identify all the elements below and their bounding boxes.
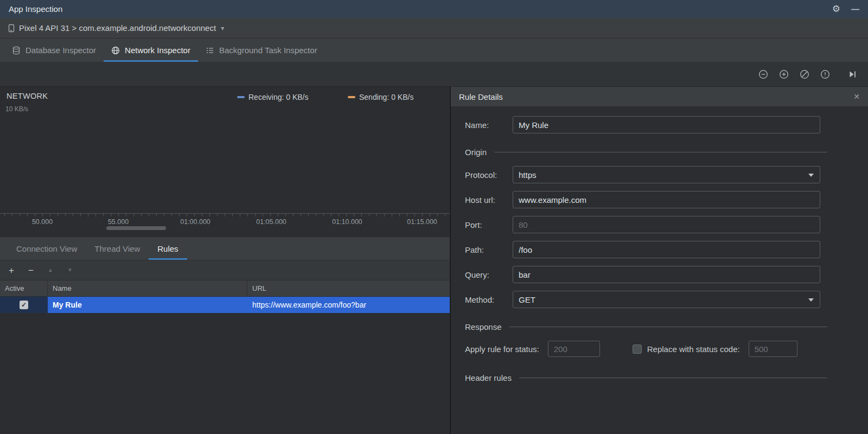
skip-to-end-icon <box>847 69 858 80</box>
rule-details-title: Rule Details <box>459 92 503 101</box>
minimize-icon[interactable]: — <box>851 5 859 13</box>
timeline-toolbar <box>0 62 868 87</box>
device-process-label: Pixel 4 API 31 > com.example.android.net… <box>19 23 216 33</box>
tab-label: Network Inspector <box>125 46 190 55</box>
rules-table-header: Active Name URL <box>0 280 450 297</box>
check-icon: ✓ <box>21 301 27 309</box>
reset-zoom-button[interactable] <box>799 68 810 80</box>
window-title-bar: App Inspection ⚙ — <box>0 0 868 18</box>
path-input[interactable] <box>513 241 820 258</box>
section-divider <box>494 152 827 152</box>
host-label: Host url: <box>465 195 513 205</box>
host-row: Host url: <box>465 191 820 208</box>
name-input[interactable] <box>513 116 820 133</box>
status-rule-row: Apply rule for status: Replace with stat… <box>465 341 820 357</box>
protocol-select[interactable]: https <box>513 166 820 183</box>
settings-gear-icon[interactable]: ⚙ <box>832 4 840 14</box>
path-label: Path: <box>465 245 513 254</box>
name-row: Name: <box>465 116 820 133</box>
header-rules-section-header: Header rules <box>465 373 820 382</box>
zoom-in-icon <box>778 69 789 80</box>
chevron-down-icon <box>808 174 814 177</box>
response-section-header: Response <box>465 322 820 331</box>
replace-status-checkbox[interactable] <box>633 344 642 354</box>
apply-status-input[interactable] <box>548 341 600 357</box>
path-row: Path: <box>465 241 820 258</box>
host-input[interactable] <box>513 191 820 208</box>
query-row: Query: <box>465 266 820 283</box>
tab-label: Rules <box>157 244 178 253</box>
origin-section-title: Origin <box>465 148 487 157</box>
response-section-title: Response <box>465 322 502 331</box>
tab-network-inspector[interactable]: Network Inspector <box>104 39 198 62</box>
device-phone-icon <box>7 24 15 33</box>
zoom-out-icon <box>758 69 769 80</box>
add-rule-button[interactable]: + <box>8 266 15 275</box>
receiving-marker-icon <box>237 96 245 98</box>
tab-background-task-inspector[interactable]: Background Task Inspector <box>198 39 325 62</box>
tab-label: Thread View <box>94 244 140 253</box>
apply-rule-status-label: Apply rule for status: <box>465 344 539 354</box>
method-select[interactable]: GET <box>513 291 820 308</box>
rule-details-panel: Rule Details ✕ Name: Origin Protocol: ht… <box>451 87 868 434</box>
zoom-in-button[interactable] <box>778 68 790 80</box>
protocol-label: Protocol: <box>465 170 513 180</box>
zoom-out-button[interactable] <box>757 68 769 80</box>
zoom-to-selection-button[interactable] <box>819 68 831 80</box>
timeline-scrollbar-thumb[interactable] <box>106 226 166 230</box>
remove-rule-button[interactable]: − <box>27 266 35 275</box>
rule-active-cell: ✓ <box>0 297 48 313</box>
reset-zoom-icon <box>799 69 810 80</box>
jump-to-live-button[interactable] <box>846 68 858 80</box>
section-divider <box>509 327 827 327</box>
replace-status-input[interactable] <box>749 341 797 357</box>
tab-connection-view[interactable]: Connection View <box>8 237 86 260</box>
close-icon[interactable]: ✕ <box>853 93 860 100</box>
time-axis-ticks <box>4 214 450 216</box>
legend-sending: Sending: 0 KB/s <box>348 93 413 101</box>
protocol-row: Protocol: https <box>465 166 820 183</box>
name-label: Name: <box>465 120 513 130</box>
origin-section-header: Origin <box>465 148 820 157</box>
legend-receiving: Receiving: 0 KB/s <box>237 93 309 101</box>
column-header-url: URL <box>247 280 450 296</box>
rule-name-cell: My Rule <box>48 301 247 309</box>
port-input[interactable] <box>513 216 820 233</box>
rules-table-empty-area <box>0 313 450 434</box>
main-content: NETWORK 10 KB/s Receiving: 0 KB/s Sendin… <box>0 87 868 434</box>
protocol-value: https <box>519 170 537 180</box>
rules-toolbar: + − ▲ ▼ <box>0 260 450 280</box>
port-label: Port: <box>465 220 513 229</box>
chart-title: NETWORK <box>7 92 48 100</box>
device-process-selector[interactable]: Pixel 4 API 31 > com.example.android.net… <box>0 18 868 39</box>
time-tick-label: 55.000 <box>108 218 129 226</box>
port-row: Port: <box>465 216 820 233</box>
method-label: Method: <box>465 295 513 304</box>
rule-active-checkbox[interactable]: ✓ <box>20 301 28 309</box>
network-panel: NETWORK 10 KB/s Receiving: 0 KB/s Sendin… <box>0 87 451 434</box>
y-axis-label: 10 KB/s <box>5 105 28 113</box>
replace-status-label: Replace with status code: <box>647 344 740 354</box>
rule-details-form: Name: Origin Protocol: https Host url: P… <box>451 107 868 434</box>
move-rule-up-button[interactable]: ▲ <box>47 267 54 273</box>
tab-label: Connection View <box>16 244 77 253</box>
network-timeline-chart: NETWORK 10 KB/s Receiving: 0 KB/s Sendin… <box>0 87 450 237</box>
zoom-to-selection-icon <box>820 69 831 80</box>
tab-label: Database Inspector <box>25 46 96 55</box>
move-rule-down-button[interactable]: ▼ <box>66 267 74 273</box>
tab-thread-view[interactable]: Thread View <box>86 237 149 260</box>
tab-rules[interactable]: Rules <box>149 237 187 260</box>
chevron-down-icon: ▾ <box>221 24 224 32</box>
inspector-tab-bar: Database Inspector Network Inspector Bac… <box>0 39 868 62</box>
time-tick-label: 01:15.000 <box>407 218 437 226</box>
column-header-active: Active <box>0 280 48 296</box>
tab-database-inspector[interactable]: Database Inspector <box>4 39 104 62</box>
query-input[interactable] <box>513 266 820 283</box>
rule-url-cell: https://www.example.com/foo?bar <box>247 301 450 309</box>
chevron-down-icon <box>808 298 814 302</box>
time-tick-label: 01:10.000 <box>332 218 362 226</box>
legend-receiving-label: Receiving: 0 KB/s <box>248 93 309 101</box>
task-list-icon <box>206 46 214 55</box>
method-row: Method: GET <box>465 291 820 308</box>
rule-table-row[interactable]: ✓ My Rule https://www.example.com/foo?ba… <box>0 297 450 313</box>
